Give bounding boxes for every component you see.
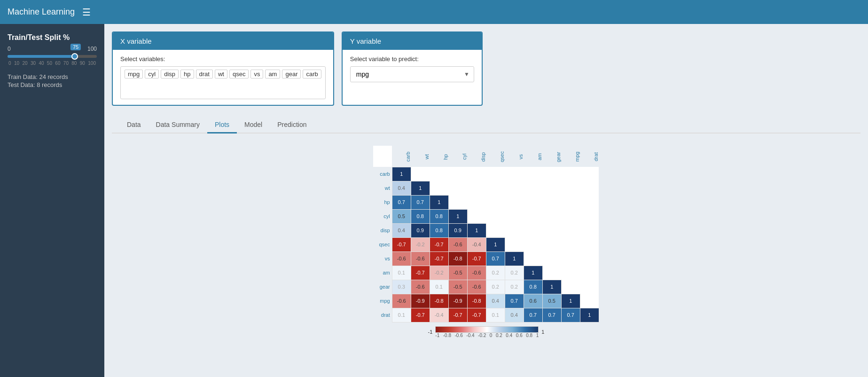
train-test-section: Train/Test Split % 0 100 75 0 10 20 30 4…: [8, 33, 97, 66]
row-label-wt: wt: [373, 181, 392, 195]
row-label-gear: gear: [373, 280, 392, 294]
cell-carb-wt: [411, 167, 430, 181]
legend-max: 1: [541, 329, 544, 335]
slider-track: 75: [8, 55, 97, 58]
legend-container: -1 -1 -0.8 -0.6 -0.4 -0.2 0 0.2: [373, 326, 599, 338]
tag-gear[interactable]: gear: [282, 70, 301, 79]
test-records: Test Data: 8 records: [8, 81, 97, 88]
slider-thumb[interactable]: 75: [71, 53, 78, 60]
table-row: disp 0.4 0.9 0.8 0.9 1: [373, 223, 599, 237]
tab-plots[interactable]: Plots: [207, 117, 237, 134]
tag-am[interactable]: am: [265, 70, 280, 79]
table-row: drat 0.1 -0.7 -0.4 -0.7 -0.7 0.1 0.4 0.7…: [373, 308, 599, 322]
correlation-matrix: carb wt hp cyl disp qsec vs am gear mpg: [373, 146, 599, 322]
content-area: X variable Select variables: mpg cyl dis…: [104, 24, 868, 377]
col-label-cyl: cyl: [448, 146, 467, 167]
tag-wt[interactable]: wt: [215, 70, 227, 79]
col-label-drat: drat: [580, 146, 599, 167]
col-label-am: am: [524, 146, 542, 167]
tag-mpg[interactable]: mpg: [125, 70, 143, 79]
row-label-cyl: cyl: [373, 209, 392, 223]
col-label-disp: disp: [467, 146, 486, 167]
y-variable-select[interactable]: mpg cyl disp hp drat wt qsec vs am gear …: [350, 66, 474, 82]
table-row: wt 0.4 1: [373, 181, 599, 195]
col-label-mpg: mpg: [561, 146, 580, 167]
col-label-wt: wt: [411, 146, 430, 167]
y-panel-body: Select variable to predict: mpg cyl disp…: [343, 50, 482, 88]
tag-cyl[interactable]: cyl: [145, 70, 159, 79]
row-label-vs: vs: [373, 251, 392, 266]
app-title: Machine Learning: [8, 7, 75, 17]
tag-disp[interactable]: disp: [161, 70, 179, 79]
tag-hp[interactable]: hp: [180, 70, 194, 79]
train-records: Train Data: 24 records: [8, 73, 97, 80]
records-info: Train Data: 24 records Test Data: 8 reco…: [8, 73, 97, 89]
table-row: gear 0.3 -0.6 0.1 -0.5 -0.6 0.2 0.2 0.8 …: [373, 280, 599, 294]
row-label-mpg: mpg: [373, 294, 392, 308]
col-label-carb: carb: [392, 146, 411, 167]
tag-qsec[interactable]: qsec: [229, 70, 249, 79]
tick-row: 0 10 20 30 40 50 60 70 80 90 100: [8, 61, 97, 66]
row-label-drat: drat: [373, 308, 392, 322]
corner-cell: [373, 146, 392, 167]
table-row: hp 0.7 0.7 1: [373, 195, 599, 209]
table-row: vs -0.6 -0.6 -0.7 -0.8 -0.7 0.7 1: [373, 251, 599, 266]
cell-carb-carb: 1: [392, 167, 411, 181]
y-panel-label: Select variable to predict:: [350, 55, 474, 63]
x-tags-container[interactable]: mpg cyl disp hp drat wt qsec vs am gear …: [120, 66, 326, 99]
variable-panels: X variable Select variables: mpg cyl dis…: [104, 24, 868, 106]
main-layout: Train/Test Split % 0 100 75 0 10 20 30 4…: [0, 24, 868, 377]
sidebar: Train/Test Split % 0 100 75 0 10 20 30 4…: [0, 24, 104, 377]
slider-max-label: 100: [87, 46, 97, 52]
slider-range-labels: 0 100: [8, 46, 97, 52]
slider-fill: [8, 55, 75, 58]
col-label-gear: gear: [542, 146, 561, 167]
tab-data-summary[interactable]: Data Summary: [149, 117, 207, 134]
y-variable-panel: Y variable Select variable to predict: m…: [342, 31, 483, 106]
row-label-carb: carb: [373, 167, 392, 181]
row-label-hp: hp: [373, 195, 392, 209]
tag-vs[interactable]: vs: [250, 70, 263, 79]
row-label-qsec: qsec: [373, 237, 392, 251]
x-variable-panel: X variable Select variables: mpg cyl dis…: [112, 31, 334, 106]
row-label-am: am: [373, 266, 392, 280]
table-row: qsec -0.7 -0.2 -0.7 -0.6 -0.4 1: [373, 237, 599, 251]
slider-min-label: 0: [8, 46, 11, 52]
row-label-disp: disp: [373, 223, 392, 237]
table-row: mpg -0.6 -0.9 -0.8 -0.9 -0.8 0.4 0.7 0.6…: [373, 294, 599, 308]
topbar: Machine Learning ☰: [0, 0, 868, 24]
x-panel-header: X variable: [113, 32, 333, 50]
tabs-row: Data Data Summary Plots Model Prediction: [112, 111, 860, 134]
tag-carb[interactable]: carb: [303, 70, 321, 79]
y-select-wrapper: mpg cyl disp hp drat wt qsec vs am gear …: [350, 66, 474, 82]
tag-drat[interactable]: drat: [196, 70, 213, 79]
menu-icon[interactable]: ☰: [82, 7, 91, 18]
col-label-qsec: qsec: [486, 146, 505, 167]
table-row: carb 1: [373, 167, 599, 181]
x-panel-body: Select variables: mpg cyl disp hp drat w…: [113, 50, 333, 105]
col-label-hp: hp: [430, 146, 448, 167]
correlation-container: carb wt hp cyl disp qsec vs am gear mpg: [112, 141, 860, 343]
main-panel: carb wt hp cyl disp qsec vs am gear mpg: [104, 134, 868, 377]
table-row: cyl 0.5 0.8 0.8 1: [373, 209, 599, 223]
tab-data[interactable]: Data: [119, 117, 149, 134]
slider-container: 75: [8, 55, 97, 58]
correlation-matrix-wrapper: carb wt hp cyl disp qsec vs am gear mpg: [373, 146, 599, 338]
sidebar-section-title: Train/Test Split %: [8, 33, 97, 42]
y-panel-header: Y variable: [343, 32, 482, 50]
tab-prediction[interactable]: Prediction: [270, 117, 314, 134]
legend-min: -1: [428, 329, 433, 335]
slider-value-bubble: 75: [70, 44, 81, 50]
legend-bar: -1 -0.8 -0.6 -0.4 -0.2 0 0.2 0.4 0.6 0.8: [435, 326, 539, 338]
col-label-vs: vs: [505, 146, 524, 167]
legend-ticks: -1 -0.8 -0.6 -0.4 -0.2 0 0.2 0.4 0.6 0.8: [435, 333, 539, 338]
x-panel-label: Select variables:: [120, 55, 326, 63]
table-row: am 0.1 -0.7 -0.2 -0.5 -0.6 0.2 0.2 1: [373, 266, 599, 280]
cell-carb-hp: [430, 167, 448, 181]
tab-model[interactable]: Model: [237, 117, 270, 134]
